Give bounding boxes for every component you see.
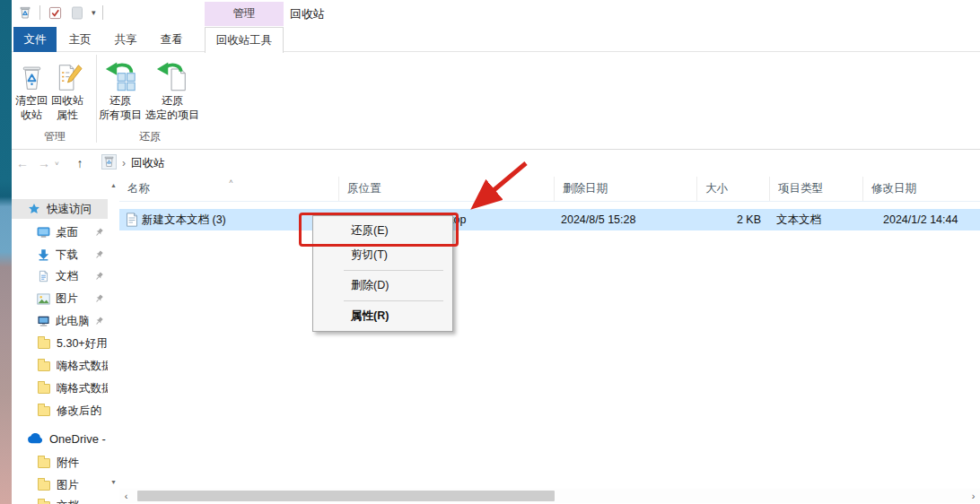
ribbon-group-restore: 还原所有项目 还原选定的项目 还原 — [97, 52, 203, 149]
restore-selected-items-button[interactable]: 还原选定的项目 — [144, 57, 201, 125]
context-menu-item-cut[interactable]: 剪切(T) — [313, 243, 452, 267]
folder-icon — [37, 458, 51, 468]
address-bar: ← → ˅ ↑ › 回收站 — [12, 150, 980, 177]
sidebar-item-folder[interactable]: 嗨格式数据 — [12, 378, 108, 398]
restore-all-items-button[interactable]: 还原所有项目 — [97, 57, 144, 125]
pin-icon[interactable] — [94, 271, 104, 284]
sidebar-item-folder[interactable]: 嗨格式数据 — [12, 356, 108, 376]
quick-access-toolbar: ▾ — [17, 4, 103, 21]
file-name: 新建文本文档 (3) — [142, 213, 226, 228]
tab-view[interactable]: 查看 — [151, 27, 192, 52]
column-header-name[interactable]: 名称 ˄ — [119, 177, 339, 201]
sidebar-item-folder[interactable]: 文档 — [12, 496, 108, 504]
breadcrumb[interactable]: › 回收站 — [98, 152, 169, 174]
up-icon[interactable]: ↑ — [69, 156, 91, 170]
folder-icon — [37, 406, 51, 416]
breadcrumb-location[interactable]: 回收站 — [131, 156, 165, 171]
sidebar-item-desktop[interactable]: 桌面 — [12, 222, 108, 242]
tab-file[interactable]: 文件 — [13, 27, 57, 52]
text-file-icon — [126, 213, 138, 230]
toolbar-separator — [102, 5, 103, 20]
column-label: 大小 — [705, 181, 728, 196]
document-icon — [36, 270, 50, 282]
pin-icon[interactable] — [94, 227, 104, 240]
button-label-line: 还原 — [109, 94, 131, 107]
location-recycle-bin-icon — [101, 154, 117, 172]
context-menu-item-delete[interactable]: 删除(D) — [313, 274, 452, 298]
ribbon-group-manage: 清空回收站 回收站属性 管理 — [13, 52, 96, 149]
tab-recycle-bin-tools[interactable]: 回收站工具 — [205, 27, 284, 53]
sidebar-item-folder[interactable]: 附件 — [12, 453, 108, 473]
pin-icon[interactable] — [94, 316, 104, 329]
column-header-date-deleted[interactable]: 删除日期 — [555, 177, 697, 201]
sidebar-item-onedrive[interactable]: OneDrive - — [12, 429, 108, 448]
folder-icon — [37, 339, 51, 349]
sidebar-item-label: 嗨格式数据 — [57, 381, 108, 396]
column-header-item-type[interactable]: 项目类型 — [770, 177, 863, 201]
column-label: 删除日期 — [563, 181, 608, 196]
sidebar-item-documents[interactable]: 文档 — [12, 266, 108, 286]
recycle-bin-icon[interactable] — [17, 4, 33, 21]
column-header-date-modified[interactable]: 修改日期 — [863, 177, 980, 201]
sidebar-item-label: 此电脑 — [56, 314, 90, 329]
horizontal-scrollbar-track[interactable] — [133, 489, 967, 503]
quick-access-star-icon — [27, 203, 41, 215]
horizontal-scrollbar-thumb[interactable] — [137, 491, 555, 501]
recent-locations-caret-icon[interactable]: ˅ — [55, 160, 69, 168]
tab-share[interactable]: 共享 — [105, 27, 146, 52]
empty-recycle-bin-button[interactable]: 清空回收站 — [13, 57, 49, 125]
forward-icon[interactable]: → — [33, 156, 55, 170]
main-area: 快速访问 桌面 下载 文档 — [12, 177, 980, 504]
pictures-icon — [36, 293, 50, 305]
sidebar-item-downloads[interactable]: 下载 — [12, 245, 108, 265]
file-size: 2 KB — [697, 213, 761, 226]
scroll-up-icon[interactable]: ▲ — [108, 178, 119, 191]
ribbon: 清空回收站 回收站属性 管理 — [12, 52, 980, 150]
scroll-right-icon[interactable]: › — [967, 491, 980, 501]
context-menu-item-properties[interactable]: 属性(R) — [313, 304, 452, 328]
new-folder-icon[interactable] — [69, 4, 85, 21]
sidebar-item-folder[interactable]: 5.30+好用 — [12, 334, 108, 353]
column-header-size[interactable]: 大小 — [697, 177, 770, 201]
sidebar-item-label: 文档 — [56, 269, 78, 284]
folder-icon — [37, 501, 51, 504]
file-row-selected[interactable]: 新建文本文档 (3) top 2024/8/5 15:28 2 KB 文本文档 … — [119, 209, 980, 230]
horizontal-scrollbar[interactable]: ‹ › — [119, 489, 980, 503]
sidebar-scrollbar[interactable]: ▲ ▼ — [108, 177, 119, 504]
column-header-row: 名称 ˄ 原位置 删除日期 大小 项目类型 修改日期 — [119, 177, 980, 202]
folder-icon — [37, 361, 51, 371]
column-header-original-location[interactable]: 原位置 — [339, 177, 555, 201]
contextual-tab-header[interactable]: 管理 — [205, 2, 284, 26]
onedrive-cloud-icon — [26, 433, 44, 444]
annotation-highlight-box — [299, 213, 459, 247]
pin-icon[interactable] — [94, 249, 104, 263]
sidebar-item-label: 文档 — [57, 499, 79, 504]
button-label-line: 收站 — [21, 109, 42, 121]
sidebar-item-quick-access[interactable]: 快速访问 — [12, 199, 108, 219]
button-label-line: 还原 — [162, 94, 183, 107]
scroll-left-icon[interactable]: ‹ — [119, 491, 133, 501]
sidebar-item-folder[interactable]: 修改后的 — [12, 401, 108, 421]
file-date-modified: 2024/1/2 14:44 — [883, 213, 958, 226]
sidebar-item-folder[interactable]: 图片 — [12, 475, 108, 495]
ribbon-tab-row: 文件 主页 共享 查看 回收站工具 — [12, 27, 980, 52]
properties-check-icon[interactable] — [47, 4, 63, 21]
scroll-down-icon[interactable]: ▼ — [108, 475, 119, 488]
ribbon-group-label-manage: 管理 — [13, 129, 96, 149]
column-label: 名称 — [127, 181, 150, 196]
pin-icon[interactable] — [94, 293, 104, 307]
recycle-bin-properties-button[interactable]: 回收站属性 — [49, 57, 85, 125]
button-label-line: 所有项目 — [99, 109, 142, 121]
this-pc-icon — [36, 315, 50, 327]
column-label: 项目类型 — [778, 181, 823, 196]
sidebar-item-label: 桌面 — [56, 225, 78, 240]
sidebar-item-pictures[interactable]: 图片 — [12, 289, 108, 308]
customize-toolbar-caret-icon[interactable]: ▾ — [92, 9, 96, 17]
column-label: 修改日期 — [871, 181, 916, 196]
ribbon-group-label-restore: 还原 — [97, 129, 203, 149]
sidebar-item-this-pc[interactable]: 此电脑 — [12, 311, 108, 331]
back-icon[interactable]: ← — [12, 156, 33, 170]
restore-all-items-icon — [103, 60, 137, 94]
sidebar-item-label: 快速访问 — [47, 202, 92, 217]
tab-home[interactable]: 主页 — [59, 27, 101, 52]
